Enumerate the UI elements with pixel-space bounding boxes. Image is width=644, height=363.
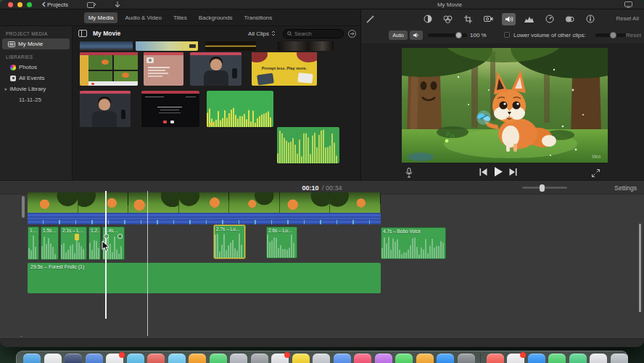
audio-clip-selected[interactable]: 2.7s – Lu… <box>214 225 245 258</box>
sidebar-item-imovie-library[interactable]: ▾ iMovie Library <box>0 83 72 94</box>
fullscreen-icon[interactable] <box>592 169 600 177</box>
timeline-expand-chevron[interactable]: ‸ <box>20 330 22 337</box>
fade-handle[interactable] <box>104 234 109 239</box>
sidebar-toggle-icon[interactable] <box>78 30 87 37</box>
media-clip-thumbnail[interactable]: Prompt less. Play more. <box>252 52 317 86</box>
tab-transitions[interactable]: Transitions <box>239 12 276 23</box>
dock-app-icon[interactable] <box>458 354 475 363</box>
noise-reduction-button[interactable] <box>522 13 536 25</box>
media-clip-thumbnail[interactable] <box>80 91 131 127</box>
close-window-button[interactable] <box>8 2 13 7</box>
dock-app-icon[interactable] <box>416 354 434 363</box>
zoom-window-button[interactable] <box>27 2 32 7</box>
background-music-clip[interactable]: 29.5s – Forest Frolic (1) <box>28 263 381 293</box>
volume-slider-knob[interactable] <box>455 32 462 38</box>
dock-app-icon[interactable] <box>354 354 371 363</box>
minimize-window-button[interactable] <box>17 2 22 7</box>
dock-app-icon[interactable] <box>395 354 413 363</box>
auto-volume-button[interactable]: Auto <box>389 30 408 40</box>
timeline-zoom-knob[interactable] <box>540 184 545 192</box>
audio-clip[interactable]: 1.5s… <box>41 227 59 260</box>
dock-app-icon[interactable] <box>210 354 227 363</box>
dock-app-icon[interactable] <box>168 354 186 363</box>
stabilization-button[interactable] <box>482 13 495 25</box>
timeline-video-frame[interactable] <box>330 192 381 213</box>
timeline-scrollbar[interactable] <box>639 224 641 312</box>
voiceover-mic-icon[interactable] <box>405 168 413 178</box>
previous-frame-button[interactable] <box>479 168 487 176</box>
timeline-video-frame[interactable] <box>229 192 280 213</box>
lower-volume-checkbox[interactable] <box>504 32 510 38</box>
lower-volume-slider[interactable] <box>595 33 626 37</box>
audio-clip[interactable]: 2.1s – L… <box>60 227 87 260</box>
media-clip-thumbnail[interactable] <box>205 41 256 51</box>
timeline-video-frame[interactable] <box>179 192 230 213</box>
sidebar-item-my-movie[interactable]: My Movie <box>2 38 70 49</box>
dock-app-icon[interactable] <box>487 354 504 363</box>
audio-clip[interactable]: 1.2… <box>88 227 101 260</box>
timeline-video-frame[interactable] <box>28 192 78 213</box>
dock-app-icon[interactable] <box>23 354 41 363</box>
skimmer-line[interactable] <box>147 191 148 336</box>
timeline-video-frame[interactable] <box>128 192 179 213</box>
download-arrow-icon[interactable] <box>115 1 120 8</box>
tab-titles[interactable]: Titles <box>169 12 191 23</box>
dock-app-icon[interactable] <box>507 354 524 363</box>
sidebar-item-library-date[interactable]: 11-11-25 <box>0 94 72 105</box>
audio-clip-thumbnail[interactable] <box>277 127 339 163</box>
dock-app-icon[interactable] <box>437 354 454 363</box>
dock-app-icon[interactable] <box>611 354 628 363</box>
screen-mirroring-icon[interactable] <box>624 1 632 8</box>
audio-clip-thumbnail[interactable] <box>207 91 273 127</box>
sidebar-item-photos[interactable]: Photos <box>0 62 72 73</box>
timeline-video-track[interactable] <box>28 192 381 213</box>
crop-button[interactable] <box>461 13 475 25</box>
reset-all-button[interactable]: Reset All <box>616 15 639 22</box>
dock-app-icon[interactable] <box>147 354 165 363</box>
clips-filter-dropdown[interactable]: All Clips <box>248 30 276 37</box>
audio-clip[interactable]: 1… <box>28 227 39 260</box>
dock-app-icon[interactable] <box>230 354 247 363</box>
reset-volume-button[interactable]: Reset <box>626 32 641 38</box>
timeline-video-frame[interactable] <box>280 192 331 213</box>
color-balance-button[interactable] <box>421 13 434 25</box>
dock-app-icon[interactable] <box>334 354 351 363</box>
timeline-settings-button[interactable]: Settings <box>614 184 637 192</box>
dock-app-icon[interactable] <box>189 354 206 363</box>
media-clip-thumbnail[interactable] <box>136 41 198 51</box>
search-box[interactable] <box>283 29 344 38</box>
audio-clip[interactable]: 4.7s – Bobo Voice <box>381 227 446 259</box>
enhance-wand-icon[interactable] <box>366 15 375 24</box>
next-frame-button[interactable] <box>509 168 517 176</box>
play-button[interactable] <box>494 167 503 176</box>
import-media-icon[interactable] <box>87 1 96 8</box>
volume-button[interactable] <box>502 13 516 25</box>
chevron-down-icon[interactable]: ▾ <box>4 86 7 91</box>
lower-volume-knob[interactable] <box>610 32 616 38</box>
tab-my-media[interactable]: My Media <box>84 12 118 23</box>
media-clip-thumbnail[interactable] <box>80 41 133 51</box>
dock-app-icon[interactable] <box>106 354 123 363</box>
back-to-projects-button[interactable]: Projects <box>42 1 68 8</box>
filters-button[interactable] <box>563 13 577 25</box>
dock-app-icon[interactable] <box>375 354 392 363</box>
timeline-zoom-slider[interactable] <box>522 187 567 189</box>
playhead[interactable] <box>105 191 107 319</box>
dock-app-icon[interactable] <box>313 354 330 363</box>
audio-clip[interactable]: 2.6s – Lu… <box>266 227 297 258</box>
media-clip-thumbnail[interactable] <box>141 91 199 127</box>
volume-slider[interactable] <box>428 33 467 37</box>
media-clip-thumbnail[interactable] <box>278 41 334 51</box>
timeline-video-audio-strip[interactable] <box>28 213 381 224</box>
fade-handle[interactable] <box>117 234 123 239</box>
tab-backgrounds[interactable]: Backgrounds <box>194 12 237 23</box>
color-correction-button[interactable] <box>441 13 455 25</box>
media-clip-thumbnail[interactable] <box>144 52 183 86</box>
dock-app-icon[interactable] <box>271 354 289 363</box>
dock-app-icon[interactable] <box>590 354 607 363</box>
go-forward-circle-icon[interactable] <box>348 30 356 38</box>
dock-app-icon[interactable] <box>44 354 62 363</box>
dock-app-icon[interactable] <box>86 354 103 363</box>
dock-app-icon[interactable] <box>65 354 82 363</box>
dock-app-icon[interactable] <box>251 354 268 363</box>
